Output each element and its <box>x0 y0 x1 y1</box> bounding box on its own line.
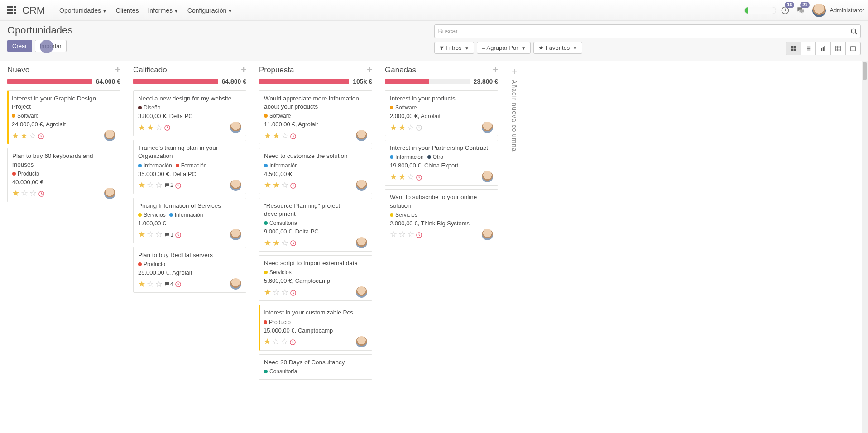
tag[interactable]: Información <box>138 162 172 169</box>
tag[interactable]: Software <box>12 113 38 119</box>
assignee-avatar[interactable] <box>104 188 115 199</box>
assignee-avatar[interactable] <box>482 122 493 133</box>
star-icon[interactable]: ☆ <box>407 173 414 181</box>
kanban-card[interactable]: Pricing Information of ServicesServicios… <box>133 198 246 243</box>
clock-icon[interactable] <box>416 231 422 239</box>
filters-button[interactable]: Filtros ▼ <box>434 42 475 54</box>
star-icon[interactable]: ★ <box>138 124 145 132</box>
star-icon[interactable]: ★ <box>138 181 145 189</box>
clock-icon[interactable] <box>290 239 297 247</box>
clock-icon[interactable] <box>290 181 297 189</box>
star-icon[interactable]: ☆ <box>407 230 414 238</box>
kanban-card[interactable]: Want to subscribe to your online solutio… <box>385 189 498 243</box>
star-icon[interactable]: ☆ <box>272 338 279 346</box>
clock-icon[interactable] <box>38 190 45 198</box>
kanban-card[interactable]: Plan to buy RedHat serversProducto25.000… <box>133 247 246 293</box>
column-progress[interactable] <box>259 79 349 84</box>
assignee-avatar[interactable] <box>356 336 367 347</box>
apps-icon[interactable] <box>7 6 16 14</box>
star-icon[interactable]: ☆ <box>398 230 406 238</box>
create-button[interactable]: Crear <box>7 40 32 52</box>
assignee-avatar[interactable] <box>230 180 241 191</box>
scrollbar[interactable] <box>862 61 868 433</box>
assignee-avatar[interactable] <box>230 122 241 133</box>
trial-progress[interactable] <box>744 7 776 14</box>
star-icon[interactable]: ★ <box>398 173 406 181</box>
tag[interactable]: Información <box>264 162 298 169</box>
tag[interactable]: Software <box>390 105 417 111</box>
star-icon[interactable]: ☆ <box>281 288 288 296</box>
pivot-view-button[interactable] <box>830 42 846 55</box>
tag[interactable]: Consultoría <box>264 220 297 226</box>
star-icon[interactable]: ☆ <box>147 280 154 288</box>
star-icon[interactable]: ★ <box>12 189 19 197</box>
kanban-card[interactable]: Need 20 Days of ConsultancyConsultoría <box>259 354 372 380</box>
star-icon[interactable]: ★ <box>138 280 145 288</box>
kanban-card[interactable]: Interest in your Graphic Design ProjectS… <box>7 90 120 144</box>
messages-icon[interactable]: 21 <box>796 5 805 15</box>
column-title[interactable]: Propuesta <box>259 66 294 75</box>
column-title[interactable]: Nuevo <box>7 66 29 75</box>
kanban-card[interactable]: Interest in your Partnership ContractInf… <box>385 140 498 186</box>
clock-icon[interactable] <box>38 132 44 140</box>
search-input[interactable] <box>434 24 861 38</box>
star-icon[interactable]: ☆ <box>155 280 163 288</box>
clock-icon[interactable] <box>175 181 182 189</box>
star-icon[interactable]: ★ <box>390 173 397 181</box>
star-icon[interactable]: ☆ <box>390 230 397 238</box>
column-add-icon[interactable]: + <box>367 65 372 75</box>
kanban-card[interactable]: Plan to buy 60 keyboards and mousesProdu… <box>7 148 120 202</box>
star-icon[interactable]: ☆ <box>155 230 163 238</box>
activities-icon[interactable]: 16 <box>781 5 790 15</box>
nav-link-clientes[interactable]: Clientes <box>111 7 144 14</box>
star-icon[interactable]: ☆ <box>407 124 414 132</box>
column-title[interactable]: Ganadas <box>385 66 416 75</box>
clock-icon[interactable] <box>164 124 171 132</box>
kanban-card[interactable]: Interest in your customizable PcsProduct… <box>259 305 372 350</box>
kanban-card[interactable]: "Resource Planning" project develpmentCo… <box>259 198 372 252</box>
star-icon[interactable]: ★ <box>264 132 271 140</box>
star-icon[interactable]: ☆ <box>29 132 36 140</box>
star-icon[interactable]: ★ <box>138 230 145 238</box>
kanban-card[interactable]: Need to customize the solutionInformació… <box>259 148 372 194</box>
kanban-card[interactable]: Would appreciate more information about … <box>259 90 372 144</box>
tag[interactable]: Formación <box>176 162 207 169</box>
search-icon[interactable] <box>850 27 858 36</box>
star-icon[interactable]: ☆ <box>21 189 28 197</box>
column-add-icon[interactable]: + <box>115 65 120 75</box>
star-icon[interactable]: ★ <box>264 239 271 247</box>
clock-icon[interactable] <box>289 338 296 346</box>
nav-link-oportunidades[interactable]: Oportunidades▼ <box>55 7 111 14</box>
assignee-avatar[interactable] <box>230 278 241 290</box>
tag[interactable]: Servicios <box>390 212 417 218</box>
column-progress[interactable] <box>7 79 92 84</box>
star-icon[interactable]: ☆ <box>29 189 37 197</box>
assignee-avatar[interactable] <box>230 229 241 240</box>
star-icon[interactable]: ☆ <box>281 239 288 247</box>
tag[interactable]: Servicios <box>264 269 292 276</box>
kanban-card[interactable]: Need script to Import external dataServi… <box>259 255 372 301</box>
assignee-avatar[interactable] <box>482 229 493 240</box>
star-icon[interactable]: ★ <box>147 124 154 132</box>
tag[interactable]: Producto <box>12 171 39 177</box>
star-icon[interactable]: ☆ <box>147 181 154 189</box>
assignee-avatar[interactable] <box>104 130 115 141</box>
kanban-view-button[interactable] <box>786 42 801 55</box>
star-icon[interactable]: ☆ <box>155 124 163 132</box>
column-progress[interactable] <box>385 79 470 84</box>
star-icon[interactable]: ★ <box>273 239 280 247</box>
tag[interactable]: Producto <box>264 319 291 325</box>
star-icon[interactable]: ☆ <box>155 181 163 189</box>
assignee-avatar[interactable] <box>482 171 493 182</box>
message-count[interactable]: 2 <box>164 181 173 189</box>
column-progress[interactable] <box>133 79 218 84</box>
tag[interactable]: Producto <box>138 261 165 267</box>
star-icon[interactable]: ★ <box>264 338 271 346</box>
clock-icon[interactable] <box>416 173 422 181</box>
clock-icon[interactable] <box>290 288 297 296</box>
nav-link-informes[interactable]: Informes▼ <box>143 7 182 14</box>
add-column-button[interactable]: +Añadir nueva columna <box>511 65 518 152</box>
app-brand[interactable]: CRM <box>22 5 45 16</box>
tag[interactable]: Información <box>169 212 203 218</box>
star-icon[interactable]: ★ <box>20 132 28 140</box>
